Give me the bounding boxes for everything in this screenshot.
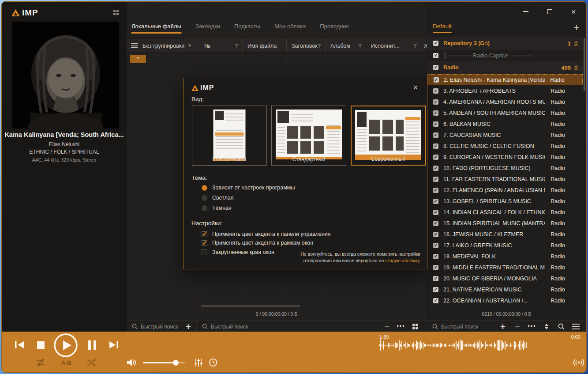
remove-button[interactable]: − bbox=[382, 322, 391, 331]
checkbox-icon[interactable]: ✓ bbox=[433, 298, 438, 303]
checkbox-icon[interactable]: ✓ bbox=[433, 65, 438, 70]
playlist-item-row[interactable]: ✓ 1. ------------ Radio Caprice --------… bbox=[427, 50, 583, 61]
tab-explorer[interactable]: Проводник bbox=[319, 23, 349, 34]
minimize-button[interactable] bbox=[519, 6, 532, 17]
playlist-find-button[interactable] bbox=[557, 322, 566, 331]
layout-grid-icon[interactable] bbox=[113, 10, 119, 15]
filter-icon[interactable] bbox=[318, 44, 322, 48]
shuffle-button[interactable] bbox=[86, 357, 98, 368]
ab-repeat-button[interactable]: A-B bbox=[59, 357, 73, 368]
next-button[interactable] bbox=[108, 339, 120, 351]
filter-icon[interactable] bbox=[358, 44, 362, 48]
playlist-item-row[interactable]: ✓ 11. FAR EASTERN TRADITIONAL MUSIC Radi… bbox=[427, 174, 583, 185]
playlist-menu-button[interactable] bbox=[571, 322, 580, 331]
checkbox-icon[interactable]: ✓ bbox=[433, 99, 438, 105]
checkbox-icon[interactable]: ✓ bbox=[434, 77, 439, 83]
playlist-more-button[interactable]: ••• bbox=[528, 322, 536, 331]
playlist-item-row[interactable]: ✓ 19. MIDDLE EASTERN TRADITIONAL MUSIC R… bbox=[427, 262, 583, 273]
checkbox-icon[interactable]: ✓ bbox=[433, 276, 438, 281]
previous-button[interactable] bbox=[13, 339, 26, 351]
playlist-item-row[interactable]: ✓ 5. ANDEAN / SOUTH AMERICAN MUSIC Radio bbox=[427, 107, 583, 118]
checkbox-icon[interactable]: ✓ bbox=[433, 53, 438, 58]
skin-option-modern[interactable]: Современный bbox=[351, 106, 426, 166]
theme-option-auto[interactable]: Зависит от настроек программы bbox=[202, 185, 295, 191]
playlist-item-row[interactable]: ✓ 7. CAUCASIAN MUSIC Radio bbox=[427, 129, 583, 140]
group-search-input[interactable] bbox=[141, 324, 178, 330]
repeat-button[interactable] bbox=[34, 357, 47, 368]
checkbox-icon[interactable]: ✓ bbox=[433, 287, 438, 292]
playlist-item-row[interactable]: ✓ 10. FADO (PORTUGUESE MUSIC) Radio bbox=[427, 162, 583, 174]
checkbox-icon[interactable]: ✓ bbox=[433, 210, 438, 215]
tab-local-files[interactable]: Локальные файлы bbox=[131, 23, 182, 34]
checkbox-icon[interactable]: ✓ bbox=[433, 110, 438, 116]
checkbox-icon[interactable]: ✓ bbox=[433, 232, 438, 237]
checkbox-icon[interactable]: ✓ bbox=[433, 243, 438, 248]
sort-button[interactable] bbox=[542, 322, 551, 331]
column-filename[interactable]: Имя файла bbox=[247, 39, 286, 52]
setting-rounded-corners[interactable]: Закругленные края окон bbox=[202, 249, 274, 255]
playlist-item-row[interactable]: ✓ 15. INDIAN SPIRITUAL MUSIC (MANTRAS, B… bbox=[427, 218, 583, 229]
checkbox-icon[interactable]: ✓ bbox=[433, 155, 438, 160]
equalizer-button[interactable] bbox=[193, 357, 204, 368]
checkbox-icon[interactable]: ✓ bbox=[433, 199, 438, 204]
old-skin-link[interactable]: старую обложку bbox=[385, 258, 419, 263]
playlist-item-row[interactable]: ✓ 14. INDIAN CLASSICAL / FOLK / ETHNIC R… bbox=[427, 207, 583, 218]
pause-button[interactable] bbox=[86, 339, 98, 351]
checkbox-icon[interactable]: ✓ bbox=[433, 166, 438, 171]
playlist-search-input[interactable] bbox=[441, 324, 485, 330]
view-grid-button[interactable] bbox=[411, 322, 419, 331]
checkbox-icon[interactable]: ✓ bbox=[433, 41, 438, 46]
playlist-item-row[interactable]: ✓ 22. OCEANIAN / AUSTRALIAN /... Radio bbox=[427, 295, 583, 306]
waveform-seekbar[interactable] bbox=[379, 339, 584, 352]
collapse-chevrons-icon[interactable] bbox=[574, 65, 578, 70]
library-search-input[interactable] bbox=[211, 324, 259, 330]
maximize-button[interactable] bbox=[543, 6, 556, 17]
add-button[interactable]: + bbox=[184, 322, 193, 331]
skin-option-standard[interactable]: Стандартный bbox=[271, 106, 346, 166]
playlist-add-button[interactable]: + bbox=[498, 322, 507, 331]
group-by-selector[interactable]: Без группировки bbox=[142, 39, 198, 52]
checkbox-icon[interactable]: ✓ bbox=[433, 221, 438, 226]
playlist-item-row[interactable]: ✓ 17. LAIKO / GREEK MUSIC Radio bbox=[427, 240, 583, 251]
playlist-item-row[interactable]: ✓ 2. Elias Nelushi - Kama Kalinyana [Ven… bbox=[427, 74, 583, 85]
dialog-close-icon[interactable]: × bbox=[410, 82, 421, 93]
grouping-menu-icon[interactable] bbox=[131, 39, 138, 52]
skin-option-classic[interactable]: Классический bbox=[192, 106, 267, 166]
checkbox-icon[interactable]: ✓ bbox=[433, 144, 438, 149]
setting-accent-frames[interactable]: Применять цвет акцента к рамкам окон bbox=[202, 240, 313, 246]
collapse-chevrons-icon[interactable] bbox=[574, 41, 578, 46]
column-number[interactable]: № bbox=[204, 39, 242, 52]
new-playlist-button[interactable]: + bbox=[573, 22, 579, 34]
checkbox-icon[interactable]: ✓ bbox=[433, 132, 438, 138]
playlist-item-row[interactable]: ✓ 3. AFROBEAT / AFROBEATS Radio bbox=[427, 85, 583, 96]
tab-bookmarks[interactable]: Закладки bbox=[195, 23, 221, 34]
filter-icon[interactable] bbox=[235, 44, 239, 48]
playlist-item-row[interactable]: ✓ 13. GOSPEL / SPIRITUALS MUSIC Radio bbox=[427, 196, 583, 207]
playlist-group-row[interactable]: ✓ Repository 3 (G:\) 1 bbox=[427, 37, 583, 50]
theme-option-dark[interactable]: Тёмная bbox=[202, 205, 232, 211]
checkbox-icon[interactable]: ✓ bbox=[433, 121, 438, 127]
column-artist[interactable]: Исполнит... bbox=[371, 39, 421, 52]
checkbox-icon[interactable]: ✓ bbox=[433, 254, 438, 259]
close-button[interactable]: × bbox=[567, 6, 580, 17]
filter-icon[interactable] bbox=[413, 44, 417, 48]
column-album[interactable]: Альбом bbox=[330, 39, 366, 52]
more-options-button[interactable]: ••• bbox=[397, 322, 405, 331]
radio-broadcast-icon[interactable] bbox=[573, 357, 585, 368]
playlist-item-row[interactable]: ✓ 20. MUSIC OF SIBERIA / MONGOLIA Radio bbox=[427, 273, 583, 284]
playlist-scrollbar[interactable] bbox=[584, 38, 585, 91]
volume-icon[interactable] bbox=[126, 357, 137, 368]
playlist-item-row[interactable]: ✓ 9. EUROPEAN / WESTERN FOLK MUSIC Radio bbox=[427, 151, 583, 162]
playlist-item-row[interactable]: ✓ 16. JEWISH MUSIC / KLEZMER Radio bbox=[427, 229, 583, 240]
checkbox-icon[interactable]: ✓ bbox=[433, 265, 438, 270]
playlist-item-row[interactable]: ✓ 4. AMERICANA / AMERICAN ROOTS MUSIC Ra… bbox=[427, 96, 583, 107]
checkbox-icon[interactable]: ✓ bbox=[433, 88, 438, 94]
play-button[interactable] bbox=[53, 333, 78, 358]
theme-option-light[interactable]: Светлая bbox=[202, 195, 234, 201]
horizontal-scrollbar[interactable] bbox=[201, 305, 300, 307]
checkbox-icon[interactable]: ✓ bbox=[433, 188, 438, 193]
volume-slider[interactable] bbox=[143, 362, 185, 363]
tab-clouds[interactable]: Мои облака bbox=[274, 23, 306, 34]
playlist-item-row[interactable]: ✓ 12. FLAMENCO (SPAIN / ANDALUSIAN MUSIC… bbox=[427, 185, 583, 196]
tab-podcasts[interactable]: Подкасты bbox=[234, 23, 261, 34]
